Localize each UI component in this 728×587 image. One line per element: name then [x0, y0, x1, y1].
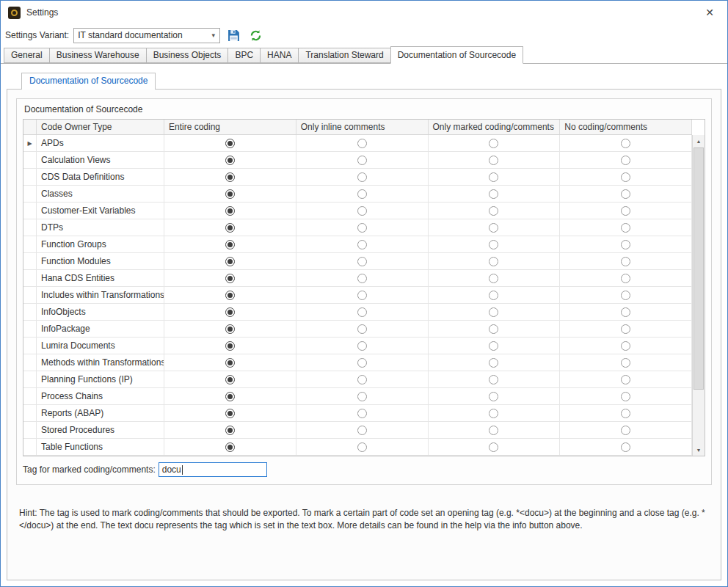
close-icon[interactable]: ✕	[699, 3, 720, 22]
radio-cell[interactable]	[296, 405, 429, 421]
radio-selected-icon[interactable]	[225, 426, 235, 435]
radio-icon[interactable]	[621, 409, 630, 418]
tab-bpc[interactable]: BPC	[228, 48, 261, 63]
tab-business-objects[interactable]: Business Objects	[146, 48, 229, 63]
radio-cell[interactable]	[560, 422, 692, 438]
code-owner-type-cell[interactable]: Reports (ABAP)	[37, 405, 164, 421]
active-row-arrow-icon[interactable]: ▶	[23, 135, 37, 151]
radio-selected-icon[interactable]	[225, 409, 235, 418]
radio-cell[interactable]	[164, 371, 296, 387]
radio-icon[interactable]	[621, 426, 630, 435]
code-owner-type-cell[interactable]: APDs	[37, 135, 164, 151]
radio-cell[interactable]	[296, 371, 429, 387]
radio-icon[interactable]	[357, 358, 367, 368]
radio-cell[interactable]	[560, 287, 692, 303]
radio-icon[interactable]	[621, 189, 630, 199]
radio-selected-icon[interactable]	[225, 375, 235, 384]
radio-icon[interactable]	[489, 291, 498, 300]
radio-cell[interactable]	[560, 219, 692, 236]
radio-selected-icon[interactable]	[225, 324, 235, 334]
radio-selected-icon[interactable]	[225, 257, 235, 266]
radio-icon[interactable]	[489, 409, 498, 418]
radio-cell[interactable]	[296, 186, 429, 202]
radio-selected-icon[interactable]	[225, 358, 235, 368]
radio-cell[interactable]	[429, 304, 561, 320]
code-owner-type-cell[interactable]: Hana CDS Entities	[37, 270, 164, 286]
radio-icon[interactable]	[621, 223, 630, 233]
radio-icon[interactable]	[621, 341, 630, 351]
column-header-entire-coding[interactable]: Entire coding	[164, 120, 296, 134]
radio-icon[interactable]	[357, 139, 367, 148]
radio-cell[interactable]	[560, 439, 692, 455]
radio-cell[interactable]	[429, 152, 561, 168]
radio-cell[interactable]	[296, 388, 429, 404]
radio-cell[interactable]	[296, 270, 429, 286]
radio-icon[interactable]	[621, 240, 630, 249]
row-selector[interactable]	[23, 405, 37, 421]
code-owner-type-cell[interactable]: Includes within Transformations	[37, 287, 164, 303]
radio-icon[interactable]	[357, 392, 367, 401]
radio-cell[interactable]	[164, 287, 296, 303]
radio-cell[interactable]	[296, 135, 429, 151]
radio-cell[interactable]	[164, 321, 296, 337]
radio-cell[interactable]	[296, 203, 429, 219]
radio-cell[interactable]	[560, 304, 692, 320]
radio-selected-icon[interactable]	[225, 291, 235, 300]
radio-icon[interactable]	[357, 172, 367, 182]
radio-selected-icon[interactable]	[225, 189, 235, 199]
row-selector[interactable]	[23, 321, 37, 337]
radio-icon[interactable]	[489, 307, 498, 317]
radio-cell[interactable]	[164, 304, 296, 320]
code-owner-type-cell[interactable]: InfoObjects	[37, 304, 164, 320]
row-selector[interactable]	[23, 236, 37, 252]
radio-selected-icon[interactable]	[225, 156, 235, 165]
radio-cell[interactable]	[429, 270, 561, 286]
radio-icon[interactable]	[357, 375, 367, 384]
radio-cell[interactable]	[296, 253, 429, 269]
radio-icon[interactable]	[489, 156, 498, 165]
radio-cell[interactable]	[164, 422, 296, 438]
radio-cell[interactable]	[164, 439, 296, 455]
radio-cell[interactable]	[560, 321, 692, 337]
row-selector[interactable]	[23, 354, 37, 371]
row-selector[interactable]	[23, 186, 37, 202]
radio-cell[interactable]	[296, 169, 429, 185]
radio-cell[interactable]	[296, 219, 429, 236]
column-header-only-marked-coding[interactable]: Only marked coding/comments	[429, 120, 561, 134]
radio-icon[interactable]	[489, 189, 498, 199]
radio-cell[interactable]	[296, 422, 429, 438]
radio-icon[interactable]	[489, 442, 498, 452]
code-owner-type-cell[interactable]: Function Groups	[37, 236, 164, 252]
radio-cell[interactable]	[560, 152, 692, 168]
row-selector[interactable]	[23, 371, 37, 387]
code-owner-type-cell[interactable]: Customer-Exit Variables	[37, 203, 164, 219]
radio-cell[interactable]	[560, 135, 692, 151]
column-header-no-coding[interactable]: No coding/comments	[560, 120, 692, 134]
radio-cell[interactable]	[560, 354, 692, 371]
radio-icon[interactable]	[489, 358, 498, 368]
radio-cell[interactable]	[164, 236, 296, 252]
code-owner-type-cell[interactable]: Calculation Views	[37, 152, 164, 168]
row-selector[interactable]	[23, 304, 37, 320]
code-owner-type-cell[interactable]: InfoPackage	[37, 321, 164, 337]
row-selector[interactable]	[23, 169, 37, 185]
radio-icon[interactable]	[621, 291, 630, 300]
radio-cell[interactable]	[429, 186, 561, 202]
radio-icon[interactable]	[357, 257, 367, 266]
radio-icon[interactable]	[621, 442, 630, 452]
radio-icon[interactable]	[357, 240, 367, 249]
radio-icon[interactable]	[489, 257, 498, 266]
code-owner-type-cell[interactable]: Process Chains	[37, 388, 164, 404]
save-button[interactable]	[225, 26, 242, 44]
radio-icon[interactable]	[489, 223, 498, 233]
radio-icon[interactable]	[489, 341, 498, 351]
radio-icon[interactable]	[357, 223, 367, 233]
row-selector[interactable]	[23, 270, 37, 286]
radio-cell[interactable]	[560, 371, 692, 387]
radio-icon[interactable]	[357, 442, 367, 452]
chevron-down-icon[interactable]: ▾	[207, 29, 219, 43]
row-selector[interactable]	[23, 287, 37, 303]
radio-icon[interactable]	[621, 172, 630, 182]
inner-tab-documentation-of-sourcecode[interactable]: Documentation of Sourcecode	[21, 73, 156, 90]
column-header-only-inline-comments[interactable]: Only inline comments	[296, 120, 429, 134]
